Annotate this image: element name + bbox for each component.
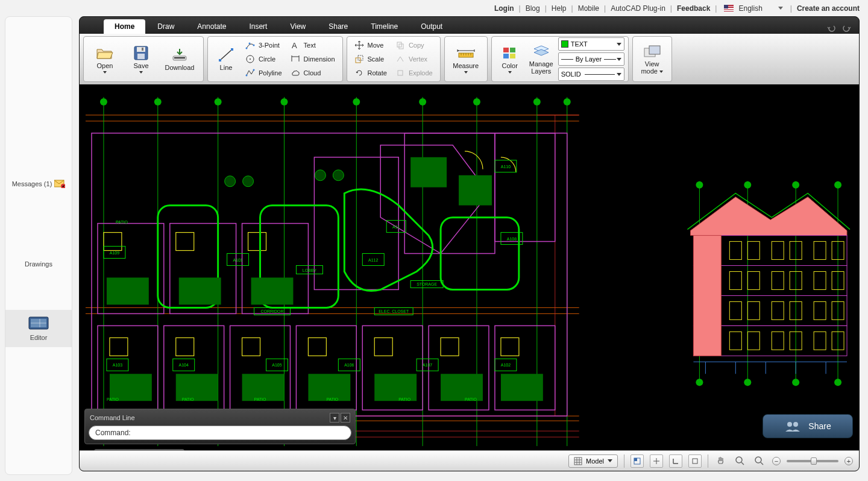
tab-share[interactable]: Share bbox=[318, 19, 359, 34]
svg-text:A103: A103 bbox=[113, 363, 122, 367]
svg-text:CORRIDOR: CORRIDOR bbox=[261, 309, 284, 313]
svg-text:PATIO: PATIO bbox=[326, 397, 338, 401]
tab-home[interactable]: Home bbox=[104, 19, 145, 34]
zoom-slider-knob[interactable] bbox=[811, 457, 817, 465]
svg-text:PATIO: PATIO bbox=[116, 220, 128, 224]
svg-point-150 bbox=[225, 176, 236, 187]
tab-view[interactable]: View bbox=[279, 19, 316, 34]
move-button[interactable]: Move bbox=[351, 39, 391, 52]
text-icon: A bbox=[291, 40, 300, 50]
lineweight-select[interactable]: By Layer bbox=[558, 52, 624, 66]
undo-icon[interactable] bbox=[826, 23, 837, 34]
svg-point-16 bbox=[253, 45, 255, 46]
svg-rect-108 bbox=[501, 374, 543, 401]
osnap-button[interactable] bbox=[688, 454, 702, 468]
login-link[interactable]: Login bbox=[494, 4, 514, 13]
download-button[interactable]: Download bbox=[160, 37, 200, 81]
share-button[interactable]: Share bbox=[763, 414, 853, 438]
blog-link[interactable]: Blog bbox=[526, 4, 540, 13]
scale-button[interactable]: Scale bbox=[351, 52, 391, 66]
svg-text:LOBBY: LOBBY bbox=[303, 268, 317, 272]
language-selector[interactable]: English bbox=[722, 3, 785, 14]
svg-point-61 bbox=[215, 98, 222, 105]
svg-rect-72 bbox=[92, 133, 567, 416]
polyline-button[interactable]: Polyline bbox=[242, 66, 286, 80]
color-palette-icon bbox=[500, 45, 520, 61]
layer-select[interactable]: TEXT bbox=[558, 37, 624, 51]
command-collapse-button[interactable]: ▾ bbox=[330, 413, 339, 423]
svg-point-151 bbox=[243, 176, 254, 187]
svg-point-64 bbox=[419, 98, 426, 105]
autocad-plugin-link[interactable]: AutoCAD Plug-in bbox=[611, 4, 665, 13]
folder-open-icon bbox=[95, 45, 115, 61]
tab-output[interactable]: Output bbox=[410, 19, 453, 34]
svg-rect-193 bbox=[814, 332, 826, 350]
tab-draw[interactable]: Draw bbox=[146, 19, 185, 34]
command-close-button[interactable]: ✕ bbox=[341, 413, 350, 423]
sidebar-item-messages[interactable]: Messages (1) bbox=[5, 174, 72, 194]
svg-rect-101 bbox=[251, 278, 294, 305]
help-link[interactable]: Help bbox=[552, 4, 567, 13]
text-button[interactable]: AText bbox=[287, 39, 339, 52]
sidebar-item-editor[interactable]: Editor bbox=[5, 310, 72, 347]
tab-annotate[interactable]: Annotate bbox=[186, 19, 237, 34]
color-button[interactable]: Color bbox=[495, 37, 524, 81]
polyline-label: Polyline bbox=[259, 69, 282, 77]
svg-rect-90 bbox=[176, 338, 194, 356]
create-account-link[interactable]: Create an account bbox=[797, 4, 860, 13]
copy-button: Copy bbox=[392, 39, 436, 52]
svg-rect-172 bbox=[747, 242, 760, 260]
zoom-in-button[interactable]: + bbox=[844, 457, 853, 465]
zoom-extents-button[interactable] bbox=[734, 454, 747, 468]
sidebar-item-drawings[interactable]: Drawings bbox=[5, 254, 72, 274]
measure-button[interactable]: Measure bbox=[448, 37, 483, 81]
rotate-button[interactable]: Rotate bbox=[351, 66, 391, 80]
cloud-button[interactable]: Cloud bbox=[287, 66, 339, 80]
svg-text:PATIO: PATIO bbox=[465, 397, 477, 401]
dimension-icon bbox=[291, 54, 300, 64]
people-icon bbox=[784, 420, 801, 432]
ortho-button[interactable] bbox=[669, 454, 682, 468]
open-button[interactable]: Open bbox=[87, 37, 122, 81]
tab-timeline[interactable]: Timeline bbox=[360, 19, 409, 34]
three-point-button[interactable]: 3-Point bbox=[242, 39, 286, 52]
svg-point-152 bbox=[315, 170, 326, 181]
explode-icon bbox=[395, 68, 405, 78]
mobile-link[interactable]: Mobile bbox=[578, 4, 599, 13]
svg-point-59 bbox=[100, 98, 107, 105]
svg-line-214 bbox=[741, 462, 744, 465]
ribbon-tab-bar: Home Draw Annotate Insert View Share Tim… bbox=[80, 17, 859, 34]
zoom-out-button[interactable]: − bbox=[772, 457, 781, 465]
explode-label: Explode bbox=[409, 69, 433, 77]
view-mode-icon bbox=[643, 43, 662, 59]
pan-button[interactable] bbox=[714, 454, 728, 468]
manage-layers-button[interactable]: Manage Layers bbox=[526, 37, 557, 81]
view-mode-button[interactable]: View mode bbox=[637, 37, 668, 81]
circle-button[interactable]: Circle bbox=[242, 52, 286, 66]
svg-rect-95 bbox=[501, 338, 519, 356]
tab-insert[interactable]: Insert bbox=[238, 19, 278, 34]
svg-rect-109 bbox=[410, 157, 447, 187]
save-button[interactable]: Save bbox=[124, 37, 159, 81]
model-space-button[interactable]: Model bbox=[568, 454, 618, 468]
circle-label: Circle bbox=[259, 55, 275, 63]
svg-rect-7 bbox=[137, 47, 145, 52]
cloud-label: Cloud bbox=[304, 69, 321, 77]
svg-text:STORAGE: STORAGE bbox=[417, 282, 437, 286]
chevron-down-icon bbox=[608, 459, 612, 462]
dimension-button[interactable]: Dimension bbox=[287, 52, 339, 66]
svg-text:A110: A110 bbox=[501, 165, 511, 169]
zoom-slider[interactable] bbox=[787, 460, 838, 462]
feedback-link[interactable]: Feedback bbox=[677, 4, 710, 13]
svg-text:A109: A109 bbox=[110, 251, 119, 255]
command-input[interactable] bbox=[89, 426, 351, 440]
snap-grid-button[interactable] bbox=[631, 454, 644, 468]
svg-rect-191 bbox=[772, 332, 784, 350]
redo-icon[interactable] bbox=[841, 23, 852, 34]
drawing-canvas[interactable]: LOBBY CORRIDOR STORAGE ELEC. CLOSET PATI… bbox=[80, 84, 859, 471]
snap-endpoint-button[interactable] bbox=[650, 454, 663, 468]
zoom-button[interactable] bbox=[753, 454, 766, 468]
svg-text:A106: A106 bbox=[344, 363, 354, 367]
linetype-select[interactable]: SOLID bbox=[558, 68, 624, 81]
line-button[interactable]: Line bbox=[212, 37, 241, 81]
